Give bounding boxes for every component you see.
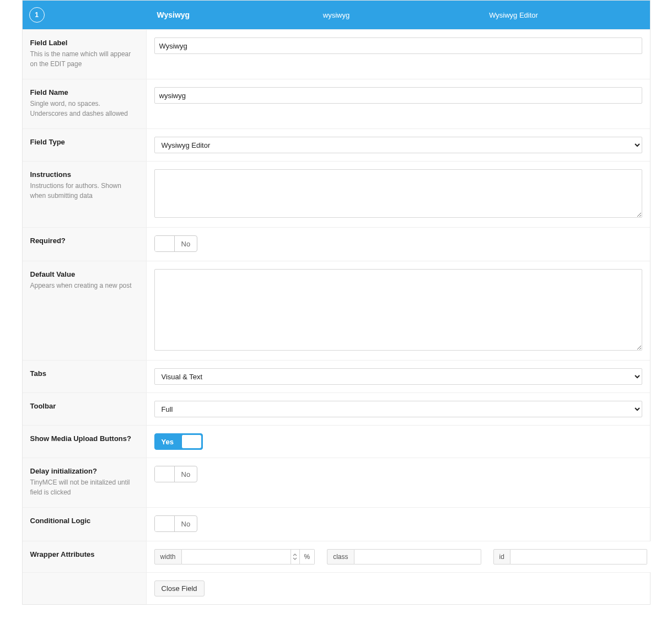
side-media-upload: Show Media Upload Buttons? [23, 426, 147, 458]
header-type: Wysiwyg Editor [477, 11, 643, 19]
toggle-label-media-upload: Yes [155, 438, 180, 446]
main-conditional: No [147, 508, 650, 541]
header-label: Wysiwyg [47, 10, 311, 19]
toggle-knob [181, 435, 201, 448]
main-field-name [147, 79, 650, 128]
wrapper-attrs-group: width % class id [154, 549, 647, 565]
field-order-number: 1 [35, 11, 39, 19]
row-tabs: Tabs Visual & Text [23, 360, 650, 393]
close-field-button[interactable]: Close Field [154, 580, 205, 596]
row-toolbar: Toolbar Full [23, 393, 650, 425]
row-default-value: Default Value Appears when creating a ne… [23, 261, 650, 360]
desc-field-name: Single word, no spaces. Underscores and … [30, 99, 138, 119]
main-wrapper: width % class id [147, 541, 655, 572]
side-conditional: Conditional Logic [23, 508, 147, 541]
toggle-conditional[interactable]: No [154, 515, 198, 532]
select-toolbar[interactable]: Full [154, 401, 642, 417]
toggle-delay-init[interactable]: No [154, 466, 198, 482]
side-default-value: Default Value Appears when creating a ne… [23, 261, 147, 360]
toggle-label-required: No [175, 240, 197, 248]
title-tabs: Tabs [30, 369, 138, 378]
main-toolbar: Full [147, 393, 650, 425]
row-required: Required? No [23, 227, 650, 261]
field-settings-panel: 1 Wysiwyg wysiwyg Wysiwyg Editor Field L… [22, 0, 651, 605]
title-field-name: Field Name [30, 88, 138, 96]
main-default-value [147, 261, 650, 360]
attr-class: class [327, 549, 481, 565]
chevron-up-down-icon [293, 553, 297, 561]
header-name: wysiwyg [311, 11, 477, 19]
attr-width-unit: % [300, 549, 315, 565]
toggle-knob [155, 236, 175, 251]
side-required: Required? [23, 228, 147, 261]
attr-id-label: id [493, 549, 510, 565]
toggle-label-conditional: No [175, 520, 197, 528]
side-tabs: Tabs [23, 361, 147, 393]
main-field-label [147, 30, 650, 79]
side-field-type: Field Type [23, 129, 147, 161]
textarea-instructions[interactable] [154, 169, 642, 218]
row-field-type: Field Type Wysiwyg Editor [23, 128, 650, 161]
main-media-upload: Yes [147, 426, 650, 458]
row-conditional: Conditional Logic No [23, 507, 650, 541]
title-required: Required? [30, 236, 138, 245]
side-field-label: Field Label This is the name which will … [23, 30, 147, 79]
side-toolbar: Toolbar [23, 393, 147, 425]
select-tabs[interactable]: Visual & Text [154, 368, 642, 385]
attr-width-label: width [154, 549, 182, 565]
stepper-icon[interactable] [291, 549, 300, 565]
side-instructions: Instructions Instructions for authors. S… [23, 162, 147, 227]
select-field-type[interactable]: Wysiwyg Editor [154, 137, 642, 153]
desc-instructions: Instructions for authors. Shown when sub… [30, 181, 138, 201]
attr-width: width % [154, 549, 315, 565]
title-field-type: Field Type [30, 138, 138, 146]
field-header[interactable]: 1 Wysiwyg wysiwyg Wysiwyg Editor [23, 1, 650, 29]
input-wrapper-width[interactable] [182, 549, 291, 565]
side-close [23, 573, 147, 604]
title-conditional: Conditional Logic [30, 517, 138, 525]
title-wrapper: Wrapper Attributes [30, 550, 138, 558]
toggle-knob [155, 516, 175, 531]
field-header-columns: Wysiwyg wysiwyg Wysiwyg Editor [47, 10, 643, 19]
title-toolbar: Toolbar [30, 402, 138, 410]
desc-field-label: This is the name which will appear on th… [30, 49, 138, 69]
row-close: Close Field [23, 572, 650, 604]
row-wrapper: Wrapper Attributes width % class [23, 541, 650, 572]
side-field-name: Field Name Single word, no spaces. Under… [23, 79, 147, 128]
main-delay-init: No [147, 458, 650, 507]
row-field-name: Field Name Single word, no spaces. Under… [23, 79, 650, 128]
toggle-label-delay-init: No [175, 470, 197, 479]
row-field-label: Field Label This is the name which will … [23, 29, 650, 79]
main-tabs: Visual & Text [147, 361, 650, 393]
toggle-knob [155, 466, 175, 482]
main-field-type: Wysiwyg Editor [147, 129, 650, 161]
side-wrapper: Wrapper Attributes [23, 541, 147, 572]
textarea-default-value[interactable] [154, 269, 642, 351]
input-field-name[interactable] [154, 87, 642, 104]
row-instructions: Instructions Instructions for authors. S… [23, 161, 650, 227]
row-media-upload: Show Media Upload Buttons? Yes [23, 425, 650, 458]
toggle-media-upload[interactable]: Yes [154, 433, 203, 450]
title-delay-init: Delay initialization? [30, 467, 138, 475]
side-delay-init: Delay initialization? TinyMCE will not b… [23, 458, 147, 507]
main-close: Close Field [147, 573, 650, 604]
main-required: No [147, 228, 650, 261]
field-order-badge: 1 [29, 7, 45, 23]
toggle-required[interactable]: No [154, 235, 198, 252]
desc-default-value: Appears when creating a new post [30, 281, 138, 291]
title-field-label: Field Label [30, 39, 138, 47]
input-field-label[interactable] [154, 37, 642, 54]
title-media-upload: Show Media Upload Buttons? [30, 434, 138, 443]
input-wrapper-id[interactable] [510, 549, 647, 565]
title-default-value: Default Value [30, 270, 138, 278]
input-wrapper-class[interactable] [354, 549, 481, 565]
desc-delay-init: TinyMCE will not be initalized until fie… [30, 477, 138, 497]
attr-id: id [493, 549, 647, 565]
attr-class-label: class [327, 549, 354, 565]
row-delay-init: Delay initialization? TinyMCE will not b… [23, 458, 650, 507]
title-instructions: Instructions [30, 170, 138, 179]
main-instructions [147, 162, 650, 227]
